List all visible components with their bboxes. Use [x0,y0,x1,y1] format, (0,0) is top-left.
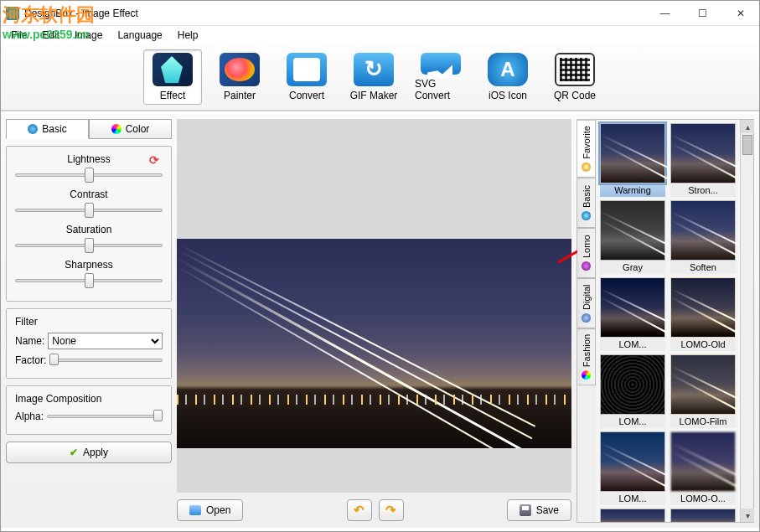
fashion-dot-icon [582,370,591,380]
effect-thumb[interactable]: LOM... [599,431,666,505]
lomo-dot-icon [582,261,591,271]
thumb-label: LOM... [600,338,665,351]
composition-group: Image Composition Alpha: [6,385,172,435]
filter-name-label: Name: [15,335,44,347]
thumb-label: LOMO-O... [670,492,736,505]
menu-edit[interactable]: Edit [35,28,66,43]
reset-icon[interactable]: ⟳ [149,153,163,167]
save-button[interactable]: Save [507,499,571,521]
thumb-image [600,354,665,415]
composition-title: Image Composition [15,393,163,405]
check-icon: ✔ [70,447,78,458]
saturation-slider[interactable] [15,237,163,254]
effect-thumb[interactable] [599,509,666,522]
tab-basic[interactable]: Basic [6,119,89,139]
gif-icon [354,53,394,86]
thumb-image [670,509,736,522]
tool-effect[interactable]: Effect [143,49,202,105]
scroll-down-icon[interactable]: ▾ [741,509,754,522]
qr-icon [555,53,595,86]
thumb-label: Gray [600,261,665,274]
effect-thumb[interactable]: Gray [599,200,666,274]
vtab-digital[interactable]: Digital [577,278,596,328]
tool-painter[interactable]: Painter [210,49,269,105]
tab-color[interactable]: Color [89,119,172,139]
tool-qr-code[interactable]: QR Code [545,49,604,105]
factor-slider[interactable] [49,354,163,367]
left-tabbar: Basic Color [6,119,172,139]
thumb-image [670,354,736,415]
effect-thumb[interactable]: LOM... [599,277,666,351]
app-window: 河东软件园 www.pc0359.cn DesignBox - Image Ef… [0,0,760,532]
alpha-label: Alpha: [15,411,44,422]
scroll-thumb[interactable] [742,135,752,155]
vtab-basic[interactable]: Basic [577,178,596,228]
contrast-slider[interactable] [15,202,163,219]
alpha-slider[interactable] [47,410,163,423]
close-button[interactable]: ✕ [721,2,759,25]
menu-language[interactable]: Language [111,28,168,43]
titlebar: DesignBox - Image Effect — ☐ ✕ [1,1,759,26]
open-icon [189,505,201,515]
vtab-favorite[interactable]: Favorite [577,120,596,178]
vtab-lomo[interactable]: Lomo [577,228,596,278]
thumb-label: Soften [670,261,736,274]
bottom-bar: Open ↶ ↷ Save [177,498,571,523]
tool-gif-maker[interactable]: GIF Maker [344,49,403,105]
effect-thumb[interactable]: Soften [670,200,737,274]
effects-grid: WarmingStron...GraySoftenLOM...LOMO-OldL… [596,120,740,522]
effect-thumb[interactable]: Stron... [670,123,737,197]
maximize-button[interactable]: ☐ [684,2,721,25]
basic-dot-icon [582,211,591,220]
thumb-image [670,277,736,338]
effect-thumb[interactable] [670,509,737,522]
menubar: File Edit Image Language Help [1,26,759,44]
menu-image[interactable]: Image [68,28,109,43]
tool-svg-convert[interactable]: SVG Convert [411,49,470,105]
canvas[interactable] [177,119,571,493]
tool-convert[interactable]: Convert [277,49,336,105]
effect-thumb[interactable]: Warming [599,123,666,197]
convert-icon [287,53,327,86]
filter-title: Filter [15,316,163,328]
effect-thumb[interactable]: LOMO-O... [670,431,737,505]
thumb-label: LOMO-Old [670,338,736,351]
menu-file[interactable]: File [4,28,34,43]
sharpness-slider[interactable] [15,272,163,289]
preview-image [177,239,571,448]
lightness-slider[interactable] [15,167,163,183]
svg-icon [421,53,461,75]
minimize-button[interactable]: — [646,2,684,25]
save-icon [520,504,531,516]
effect-thumb[interactable]: LOMO-Old [670,277,737,351]
digital-dot-icon [582,313,591,323]
tool-ios-icon[interactable]: iOS Icon [478,49,537,105]
thumb-label: Stron... [670,183,736,197]
contrast-label: Contrast [15,189,163,200]
thumb-image [600,277,665,338]
apply-button[interactable]: ✔ Apply [6,442,172,463]
effect-thumb[interactable]: LOM... [599,354,666,428]
effect-thumb[interactable]: LOMO-Film [670,354,737,428]
painter-icon [220,53,260,86]
adjust-group: Lightness ⟳ Contrast Saturation Sharpnes… [6,146,172,302]
filter-factor-label: Factor: [15,354,46,366]
scroll-up-icon[interactable]: ▴ [741,120,754,133]
open-button[interactable]: Open [177,499,243,521]
color-wheel-icon [111,124,121,134]
filter-group: Filter Name: None Factor: [6,308,172,379]
redo-button[interactable]: ↷ [379,499,404,521]
star-icon [582,163,591,172]
window-title: DesignBox - Image Effect [24,8,138,19]
undo-button[interactable]: ↶ [347,499,372,521]
thumb-image [670,200,736,261]
thumb-image [600,123,665,183]
thumb-image [600,431,665,492]
vtab-fashion[interactable]: Fashion [577,328,596,385]
filter-name-select[interactable]: None [48,333,163,349]
thumb-image [600,509,665,522]
menu-help[interactable]: Help [171,28,205,43]
app-icon [6,7,19,20]
sharpness-label: Sharpness [15,259,163,271]
effects-scrollbar[interactable]: ▴ ▾ [740,120,753,522]
